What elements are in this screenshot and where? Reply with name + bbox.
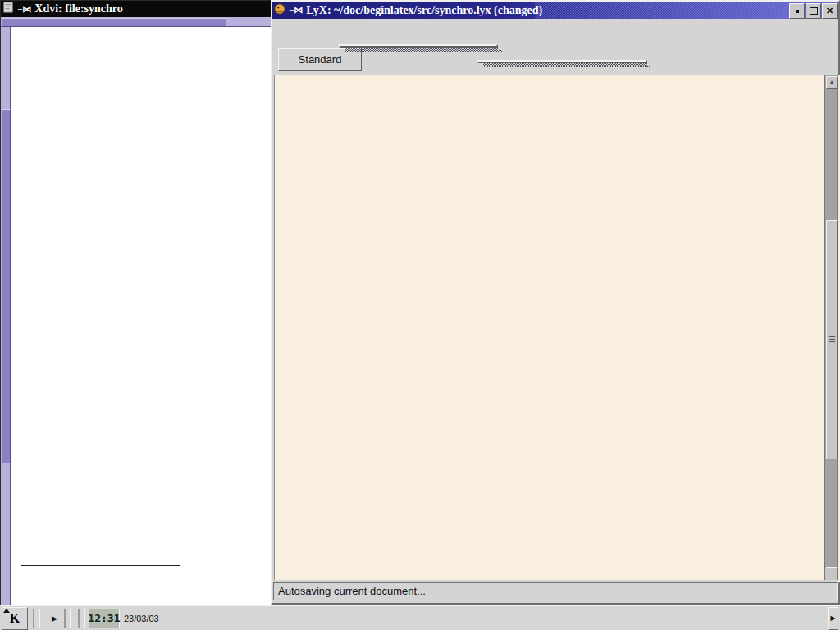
desktop: −⋈ Xdvi: file:synchro −⋈ LyX: ~/doc/begi… (0, 0, 840, 630)
xdvi-app-icon (2, 2, 14, 16)
taskbar: K ▶ 12:31 23/03/03 ▶ (0, 605, 840, 630)
k-menu-arrow-icon (3, 609, 10, 613)
xdvi-hscroll-thumb[interactable] (2, 18, 226, 27)
k-menu-button[interactable]: K (2, 607, 28, 630)
layout-combo[interactable]: Standard (278, 48, 362, 71)
minimize-button[interactable] (789, 3, 805, 19)
xdvi-page (11, 27, 278, 605)
document-scrollbar[interactable]: ▲ ▼ (824, 75, 838, 581)
scrollbar-corner (824, 568, 838, 581)
pin-icon[interactable]: −⋈ (17, 4, 31, 15)
maximize-button[interactable] (806, 3, 821, 19)
lyx-document-area[interactable] (274, 75, 840, 583)
panel-separator (78, 609, 85, 628)
pin-icon[interactable]: −⋈ (289, 5, 303, 16)
xdvi-horizontal-scrollbar[interactable] (1, 17, 278, 27)
clock-applet[interactable]: 12:31 (89, 609, 120, 628)
menu-shadow (498, 50, 502, 52)
panel-separator (33, 609, 40, 628)
menu-shadow (647, 66, 651, 67)
clock-time: 12:31 (88, 612, 120, 624)
xdvi-title-text: Xdvi: file:synchro (34, 2, 122, 16)
titlebar-dither (535, 2, 790, 19)
special-character-submenu (477, 60, 647, 63)
scroll-up-icon[interactable]: ▲ (826, 76, 838, 89)
xdvi-vscroll-thumb[interactable] (2, 109, 11, 463)
xdvi-window: −⋈ Xdvi: file:synchro (0, 0, 279, 605)
document-scroll-thumb[interactable] (826, 220, 838, 459)
pager-arrow-icon[interactable]: ▶ (50, 614, 59, 623)
lyx-statusbar: Autosaving current document... (272, 580, 838, 603)
layout-combo-value: Standard (299, 53, 342, 66)
footnote-rule (21, 565, 180, 566)
lyx-app-icon (274, 3, 285, 18)
menu-shadow (483, 63, 647, 67)
panel-hide-button[interactable]: ▶ (828, 607, 838, 630)
lyx-menubar (272, 19, 838, 45)
close-button[interactable]: ✕ (822, 3, 838, 19)
thumb-grip (829, 336, 835, 343)
panel-separator (64, 609, 71, 628)
menu-shadow (345, 48, 498, 52)
clock-date[interactable]: 23/03/03 (121, 614, 162, 623)
xdvi-vertical-scrollbar[interactable] (1, 27, 11, 605)
xdvi-titlebar[interactable]: −⋈ Xdvi: file:synchro (1, 1, 278, 17)
lyx-title-text: LyX: ~/doc/beginlatex/src/synchro.lyx (c… (306, 4, 542, 17)
k-menu-label: K (10, 611, 20, 626)
status-message: Autosaving current document... (273, 582, 838, 600)
lyx-window: −⋈ LyX: ~/doc/beginlatex/src/synchro.lyx… (271, 0, 840, 605)
lyx-titlebar[interactable]: −⋈ LyX: ~/doc/beginlatex/src/synchro.lyx… (272, 2, 838, 19)
insert-menu (339, 44, 498, 48)
